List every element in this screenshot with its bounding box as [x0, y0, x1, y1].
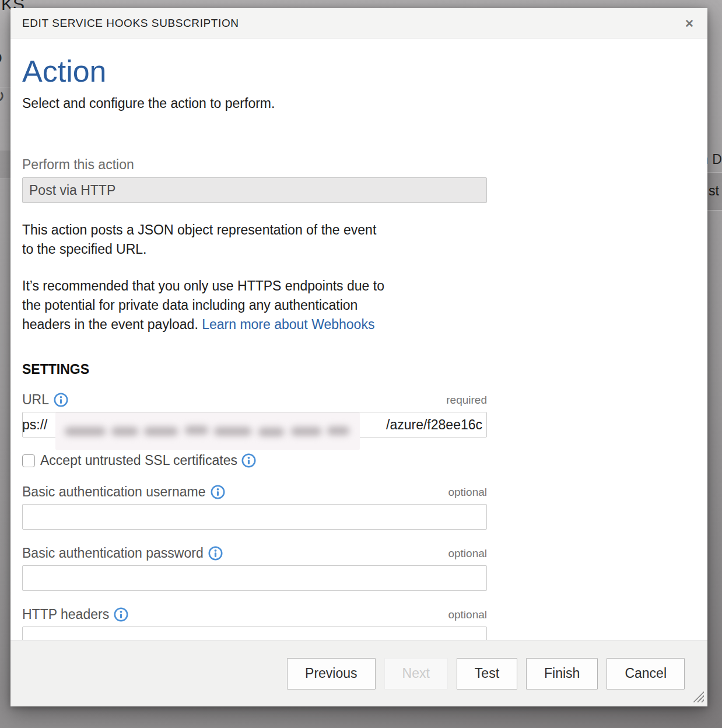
background-divider — [707, 210, 722, 211]
action-description: This action posts a JSON object represen… — [22, 220, 495, 259]
ssl-checkbox[interactable] — [22, 454, 35, 467]
perform-action-label: Perform this action — [22, 157, 696, 173]
background-cell-fragment: st — [709, 183, 719, 199]
username-label-text: Basic authentication username — [22, 484, 206, 500]
background-divider — [0, 178, 10, 179]
action-select: Post via HTTP — [22, 177, 487, 203]
username-label: Basic authentication username — [22, 484, 225, 500]
optional-badge: optional — [448, 547, 487, 560]
refresh-icon: ↻ — [0, 85, 5, 107]
url-label-text: URL — [22, 392, 49, 408]
username-label-row: Basic authentication username optional — [22, 484, 487, 500]
description-line: the potential for private data including… — [22, 296, 495, 315]
http-headers-label: HTTP headers — [22, 607, 128, 622]
ssl-checkbox-label-text: Accept untrusted SSL certificates — [40, 453, 237, 468]
close-icon[interactable]: ✕ — [681, 15, 698, 33]
info-icon[interactable] — [241, 453, 256, 468]
required-badge: required — [446, 394, 487, 407]
info-icon[interactable] — [208, 546, 223, 561]
url-label-row: URL required — [22, 392, 487, 408]
background-row-band — [0, 150, 10, 178]
dialog-titlebar: EDIT SERVICE HOOKS SUBSCRIPTION — [10, 8, 707, 38]
url-value-start: ps:// — [22, 417, 47, 432]
test-button[interactable]: Test — [457, 658, 517, 690]
background-text-fragment: o — [0, 48, 2, 66]
description-line: to the specified URL. — [22, 240, 495, 259]
http-headers-input[interactable] — [22, 626, 487, 640]
ssl-checkbox-label: Accept untrusted SSL certificates — [40, 453, 256, 468]
edit-service-hooks-dialog: EDIT SERVICE HOOKS SUBSCRIPTION ✕ Action… — [10, 8, 707, 706]
http-headers-label-text: HTTP headers — [22, 607, 109, 622]
page-subtitle: Select and configure the action to perfo… — [22, 96, 696, 111]
background-divider — [707, 172, 722, 173]
optional-badge: optional — [448, 486, 487, 499]
dialog-content: Action Select and configure the action t… — [10, 39, 707, 640]
page-title: Action — [22, 54, 696, 88]
password-label-row: Basic authentication password optional — [22, 545, 487, 561]
http-headers-label-row: HTTP headers optional — [22, 607, 487, 622]
url-value-end: /azure/f28ee16c — [386, 412, 482, 437]
description-line: This action posts a JSON object represen… — [22, 220, 495, 240]
description-line: headers in the event payload. — [22, 317, 198, 332]
https-recommendation: It’s recommended that you only use HTTPS… — [22, 276, 495, 334]
learn-more-webhooks-link[interactable]: Learn more about Webhooks — [202, 317, 374, 332]
info-icon[interactable] — [211, 485, 225, 499]
url-label: URL — [22, 392, 68, 408]
cancel-button[interactable]: Cancel — [607, 658, 685, 690]
password-input[interactable] — [22, 565, 487, 591]
settings-heading: SETTINGS — [22, 362, 696, 377]
password-label: Basic authentication password — [22, 545, 223, 561]
redacted-blur-overlay — [55, 412, 360, 450]
optional-badge: optional — [448, 608, 487, 621]
password-label-text: Basic authentication password — [22, 545, 204, 561]
dialog-title: EDIT SERVICE HOOKS SUBSCRIPTION — [22, 17, 239, 30]
info-icon[interactable] — [114, 607, 128, 622]
dialog-footer: Previous Next Test Finish Cancel — [10, 640, 707, 706]
page-backdrop: { "backdrop": { "fragment_heading_tail":… — [0, 0, 722, 728]
description-line: It’s recommended that you only use HTTPS… — [22, 276, 495, 296]
previous-button[interactable]: Previous — [287, 658, 375, 690]
next-button[interactable]: Next — [384, 658, 448, 690]
ssl-checkbox-row: Accept untrusted SSL certificates — [22, 453, 696, 468]
url-field-wrap: ps:// /azure/f28ee16c — [22, 412, 487, 438]
info-icon[interactable] — [54, 393, 68, 407]
username-input[interactable] — [22, 504, 487, 530]
finish-button[interactable]: Finish — [526, 658, 598, 690]
